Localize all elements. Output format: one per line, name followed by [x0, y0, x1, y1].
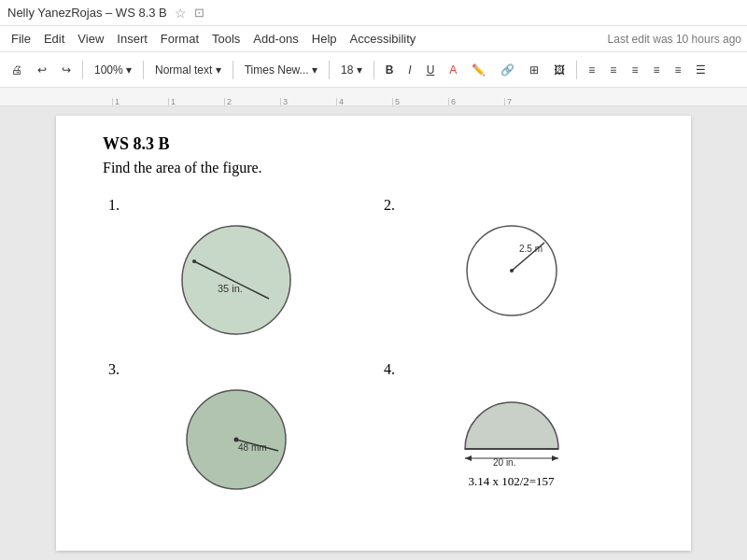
figure-4-semicircle-wrapper: 20 in. 3.14 x 102/2=157 — [451, 384, 572, 489]
figure-1-label: 35 in. — [218, 283, 243, 294]
figure-4-container: 20 in. 3.14 x 102/2=157 — [384, 384, 639, 489]
highlight-button[interactable]: ✏️ — [466, 61, 491, 79]
ruler-mark: 5 — [392, 98, 448, 105]
menu-insert[interactable]: Insert — [111, 30, 153, 48]
align-right-button[interactable]: ≡ — [626, 61, 643, 79]
svg-point-5 — [510, 269, 514, 273]
figure-2-circle-wrapper: 2.5 m — [460, 219, 563, 322]
ruler-mark: 7 — [504, 98, 560, 105]
figure-4-formula: 3.14 x 102/2=157 — [451, 474, 572, 489]
figure-3-circle-wrapper: 48 mm — [180, 384, 292, 496]
ruler-mark: 1 — [168, 98, 224, 105]
separator-5 — [374, 61, 374, 79]
ruler-mark: 2 — [224, 98, 280, 105]
toolbar: 🖨 ↩ ↪ 100% ▾ Normal text ▾ Times New... … — [0, 52, 747, 88]
star-icon[interactable]: ☆ — [175, 6, 187, 21]
figure-1: 1. 35 in. — [103, 191, 369, 346]
svg-marker-12 — [552, 455, 558, 461]
undo-button[interactable]: ↩ — [32, 61, 52, 79]
menu-accessibility[interactable]: Accessibility — [345, 30, 422, 48]
link-button[interactable]: 🔗 — [495, 61, 520, 79]
line-spacing-button[interactable]: ≡ — [669, 61, 686, 79]
bold-button[interactable]: B — [380, 61, 400, 79]
page[interactable]: WS 8.3 B Find the area of the figure. 1.… — [56, 116, 691, 551]
separator-1 — [82, 61, 83, 79]
align-left-button[interactable]: ≡ — [583, 61, 600, 79]
figure-4-number: 4. — [384, 361, 395, 378]
menu-help[interactable]: Help — [306, 30, 343, 48]
svg-marker-11 — [465, 455, 472, 461]
menu-tools[interactable]: Tools — [206, 30, 246, 48]
font-selector[interactable]: Times New... ▾ — [239, 61, 323, 79]
title-bar: Nelly YanezRojas – WS 8.3 B ☆ ⊡ — [0, 0, 747, 26]
menu-bar: File Edit View Insert Format Tools Add-o… — [0, 26, 747, 52]
figure-3: 3. 48 mm — [103, 356, 369, 501]
image-button[interactable]: 🖼 — [548, 61, 571, 79]
style-selector[interactable]: Normal text ▾ — [149, 61, 227, 79]
figure-4: 4. 20 in. — [378, 356, 644, 501]
figures-grid: 1. 35 in. 2. — [103, 191, 644, 501]
figure-1-container: 35 in. — [108, 219, 363, 341]
doc-heading: WS 8.3 B — [103, 134, 644, 154]
italic-button[interactable]: I — [402, 61, 416, 79]
figure-2-label: 2.5 m — [519, 244, 543, 254]
figure-2-number: 2. — [384, 197, 395, 214]
figure-4-svg: 20 in. — [451, 384, 572, 468]
doc-icon[interactable]: ⊡ — [194, 6, 204, 20]
svg-point-0 — [182, 226, 290, 334]
separator-6 — [576, 61, 577, 79]
comment-button[interactable]: ⊞ — [524, 61, 544, 79]
figure-3-svg: 48 mm — [180, 384, 292, 496]
menu-addons[interactable]: Add-ons — [247, 30, 303, 48]
figure-3-container: 48 mm — [108, 384, 363, 496]
list-button[interactable]: ☰ — [690, 61, 712, 79]
align-center-button[interactable]: ≡ — [604, 61, 622, 79]
figure-2: 2. 2.5 m — [378, 191, 644, 346]
figure-1-svg: 35 in. — [176, 219, 297, 341]
align-justify-button[interactable]: ≡ — [647, 61, 665, 79]
doc-instructions: Find the area of the figure. — [103, 160, 644, 176]
menu-format[interactable]: Format — [155, 30, 204, 48]
print-button[interactable]: 🖨 — [6, 61, 28, 79]
ruler-mark: 6 — [448, 98, 504, 105]
separator-3 — [233, 61, 233, 79]
text-color-button[interactable]: A — [444, 61, 462, 79]
figure-1-circle-wrapper: 35 in. — [176, 219, 297, 341]
svg-point-2 — [192, 259, 196, 263]
menu-file[interactable]: File — [6, 30, 36, 48]
ruler-mark: 3 — [280, 98, 336, 105]
figure-1-number: 1. — [108, 197, 120, 214]
ruler: 1 1 2 3 4 5 6 7 — [0, 88, 747, 106]
menu-edit[interactable]: Edit — [38, 30, 70, 48]
figure-3-number: 3. — [108, 361, 120, 378]
figure-3-label: 48 mm — [238, 442, 267, 453]
ruler-mark: 1 — [112, 98, 168, 105]
menu-view[interactable]: View — [72, 30, 109, 48]
document-area: WS 8.3 B Find the area of the figure. 1.… — [0, 106, 747, 560]
font-size-selector[interactable]: 18 ▾ — [335, 61, 368, 79]
ruler-mark: 4 — [336, 98, 392, 105]
underline-button[interactable]: U — [421, 61, 441, 79]
figure-2-svg: 2.5 m — [460, 219, 563, 322]
last-edit-text: Last edit was 10 hours ago — [608, 33, 741, 46]
doc-title: Nelly YanezRojas – WS 8.3 B — [7, 6, 167, 20]
separator-2 — [143, 61, 144, 79]
zoom-selector[interactable]: 100% ▾ — [89, 61, 137, 79]
figure-4-label: 20 in. — [493, 457, 515, 468]
separator-4 — [329, 61, 330, 79]
redo-button[interactable]: ↪ — [56, 61, 77, 79]
figure-2-container: 2.5 m — [384, 219, 639, 322]
